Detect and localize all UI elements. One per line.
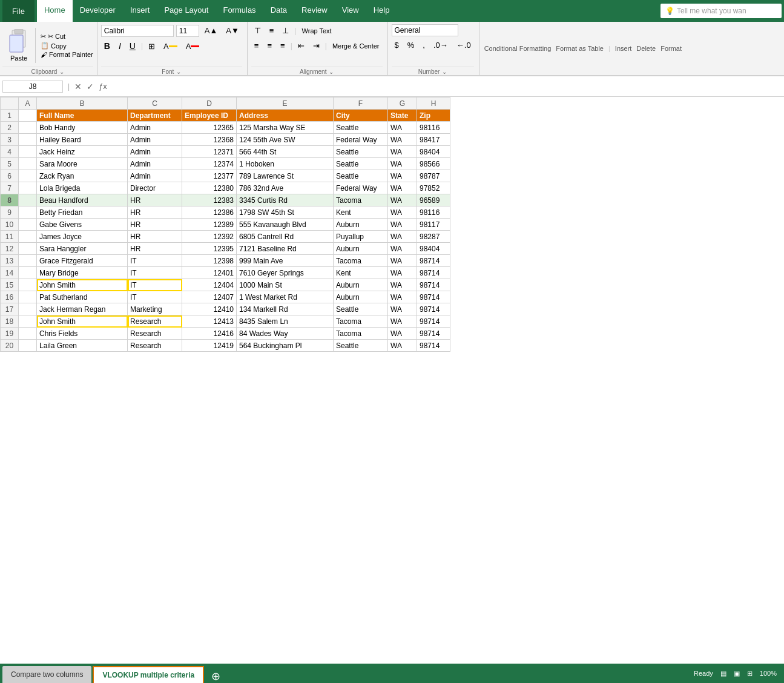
cell-h12[interactable]: 98404 [417,243,450,255]
cell-f1[interactable]: City [334,110,388,122]
cell-a8[interactable] [19,194,37,206]
cell-b9[interactable]: Betty Friedan [37,206,128,219]
increase-font-button[interactable]: A▲ [202,24,221,37]
cell-a20[interactable] [19,340,37,352]
cell-g3[interactable]: WA [388,134,417,146]
cell-e19[interactable]: 84 Wades Way [237,328,334,340]
cell-e4[interactable]: 566 44th St [237,146,334,158]
cell-b12[interactable]: Sara Hanggler [37,243,128,255]
cell-h19[interactable]: 98714 [417,328,450,340]
number-format-input[interactable] [392,24,458,36]
cell-a15[interactable] [19,279,37,291]
menu-insert[interactable]: Insert [123,0,157,22]
cell-d18[interactable]: 12413 [182,315,237,328]
align-left-button[interactable]: ≡ [251,39,262,52]
currency-button[interactable]: $ [392,39,402,51]
col-header-g[interactable]: G [388,97,417,110]
cell-e20[interactable]: 564 Buckingham Pl [237,340,334,352]
cell-h18[interactable]: 98714 [417,315,450,328]
cell-h16[interactable]: 98714 [417,291,450,303]
cell-e17[interactable]: 134 Markell Rd [237,303,334,315]
col-header-c[interactable]: C [128,97,182,110]
cell-a19[interactable] [19,328,37,340]
search-box[interactable]: 💡 Tell me what you wan [660,4,782,18]
cell-e8[interactable]: 3345 Curtis Rd [237,194,334,206]
cell-b18[interactable]: John Smith [37,315,128,328]
font-color-button[interactable]: A [183,40,203,53]
cell-h6[interactable]: 98787 [417,170,450,182]
cell-e13[interactable]: 999 Main Ave [237,255,334,267]
cell-e14[interactable]: 7610 Geyer Springs [237,267,334,279]
cell-d7[interactable]: 12380 [182,182,237,194]
expand-icon[interactable]: ⌄ [59,68,64,75]
cell-f5[interactable]: Seattle [334,158,388,170]
cell-a3[interactable] [19,134,37,146]
align-middle-button[interactable]: ≡ [266,24,277,37]
cell-b19[interactable]: Chris Fields [37,328,128,340]
cell-c17[interactable]: Marketing [128,303,182,315]
alignment-expand-icon[interactable]: ⌄ [329,68,334,75]
cell-e3[interactable]: 124 55th Ave SW [237,134,334,146]
menu-file[interactable]: File [2,0,35,22]
cell-f8[interactable]: Tacoma [334,194,388,206]
font-name-input[interactable] [101,25,174,37]
col-header-b[interactable]: B [37,97,128,110]
cell-b15[interactable]: John Smith [37,279,128,291]
menu-help[interactable]: Help [366,0,397,22]
comma-button[interactable]: , [420,39,428,51]
cell-a1[interactable] [19,110,37,122]
italic-button[interactable]: I [116,39,124,53]
cell-d16[interactable]: 12407 [182,291,237,303]
percent-button[interactable]: % [404,39,418,51]
menu-review[interactable]: Review [294,0,335,22]
cell-a18[interactable] [19,315,37,328]
cell-h8[interactable]: 96589 [417,194,450,206]
menu-data[interactable]: Data [263,0,294,22]
indent-left-button[interactable]: ⇤ [295,39,308,52]
cell-b20[interactable]: Laila Green [37,340,128,352]
cell-reference-box[interactable] [2,81,63,93]
cell-a14[interactable] [19,267,37,279]
cell-d12[interactable]: 12395 [182,243,237,255]
cell-b1[interactable]: Full Name [37,110,128,122]
cell-d17[interactable]: 12410 [182,303,237,315]
cell-c4[interactable]: Admin [128,146,182,158]
cell-e18[interactable]: 8435 Salem Ln [237,315,334,328]
cell-e9[interactable]: 1798 SW 45th St [237,206,334,219]
wrap-text-button[interactable]: Wrap Text [299,25,348,36]
cell-g13[interactable]: WA [388,255,417,267]
insert-button[interactable]: Insert [615,45,632,52]
cell-g4[interactable]: WA [388,146,417,158]
number-expand-icon[interactable]: ⌄ [442,68,447,75]
menu-view[interactable]: View [335,0,366,22]
cell-h2[interactable]: 98116 [417,122,450,134]
cell-b6[interactable]: Zack Ryan [37,170,128,182]
cell-f9[interactable]: Kent [334,206,388,219]
cell-g16[interactable]: WA [388,291,417,303]
col-header-f[interactable]: F [334,97,388,110]
cell-g17[interactable]: WA [388,303,417,315]
cell-h17[interactable]: 98714 [417,303,450,315]
cell-d9[interactable]: 12386 [182,206,237,219]
cell-e16[interactable]: 1 West Market Rd [237,291,334,303]
cell-a16[interactable] [19,291,37,303]
cell-f10[interactable]: Auburn [334,219,388,231]
menu-developer[interactable]: Developer [73,0,123,22]
cell-b3[interactable]: Hailey Beard [37,134,128,146]
cell-a6[interactable] [19,170,37,182]
cell-h9[interactable]: 98116 [417,206,450,219]
font-size-input[interactable] [176,25,199,37]
align-bottom-button[interactable]: ⊥ [279,24,292,37]
cell-e15[interactable]: 1000 Main St [237,279,334,291]
cell-d19[interactable]: 12416 [182,328,237,340]
decrease-decimal-button[interactable]: .0→ [430,39,451,51]
cell-e10[interactable]: 555 Kavanaugh Blvd [237,219,334,231]
cell-g20[interactable]: WA [388,340,417,352]
cell-e2[interactable]: 125 Marsha Way SE [237,122,334,134]
cell-f14[interactable]: Kent [334,267,388,279]
increase-decimal-button[interactable]: ←.0 [453,39,474,51]
cell-f17[interactable]: Seattle [334,303,388,315]
cell-g18[interactable]: WA [388,315,417,328]
bold-button[interactable]: B [101,39,113,53]
cell-c2[interactable]: Admin [128,122,182,134]
